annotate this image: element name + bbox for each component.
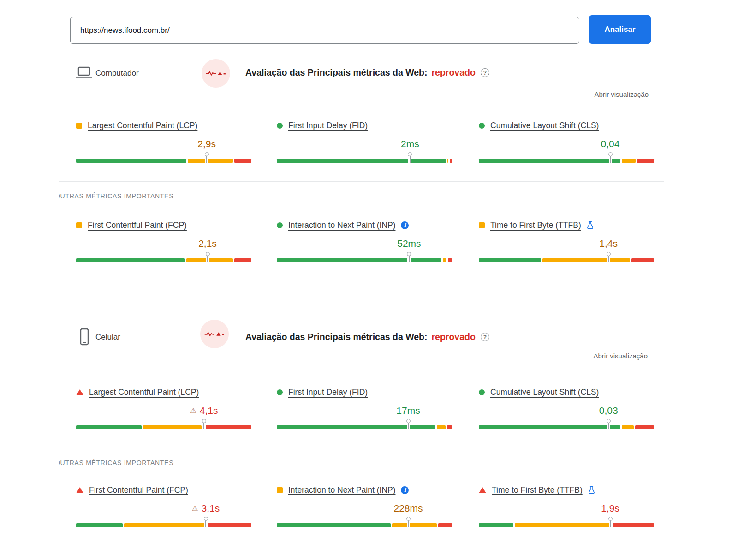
status-icon xyxy=(76,487,83,493)
phone-icon xyxy=(78,328,90,347)
metric-name-link[interactable]: Largest Contentful Paint (LCP) xyxy=(89,387,199,397)
bar-average-segment xyxy=(186,258,233,262)
bar-good-segment xyxy=(479,159,620,163)
open-visualization-link-desktop[interactable]: Abrir visualização xyxy=(594,90,649,98)
assessment-result: reprovado xyxy=(432,332,476,342)
url-input[interactable] xyxy=(70,17,579,44)
bar-average-segment xyxy=(515,523,611,527)
distribution-bar xyxy=(479,258,654,262)
status-icon xyxy=(277,487,283,493)
metric-name-link[interactable]: First Contentful Paint (FCP) xyxy=(88,220,187,230)
metric-name-link[interactable]: First Contentful Paint (FCP) xyxy=(89,485,188,495)
status-icon xyxy=(277,389,283,395)
assessment-result: reprovado xyxy=(432,67,476,78)
metric-value: 0,03 xyxy=(599,405,618,416)
info-icon[interactable] xyxy=(401,486,409,494)
metric-name-link[interactable]: Largest Contentful Paint (LCP) xyxy=(88,121,197,131)
metric-name-link[interactable]: First Input Delay (FID) xyxy=(288,387,368,397)
metric-name-link[interactable]: Cumulative Layout Shift (CLS) xyxy=(490,387,599,397)
bar-average-segment xyxy=(437,425,446,429)
bar-average-segment xyxy=(188,159,232,163)
status-icon xyxy=(479,222,485,228)
bar-poor-segment xyxy=(613,523,654,527)
section-divider xyxy=(59,181,664,182)
distribution-bar xyxy=(479,425,654,429)
metric-name-link[interactable]: Cumulative Layout Shift (CLS) xyxy=(490,121,599,131)
bar-poor-segment xyxy=(234,159,251,163)
bar-poor-segment xyxy=(447,425,452,429)
metric-value: 1,4s xyxy=(599,238,618,249)
metric-value: 2,9s xyxy=(197,138,216,149)
bar-poor-segment xyxy=(637,159,654,163)
distribution-bar xyxy=(76,425,251,429)
metric-ttfb-desktop: Time to First Byte (TTFB) 1,4s xyxy=(479,220,654,264)
assessment-label: Avaliação das Principais métricas da Web… xyxy=(245,332,428,342)
metric-ttfb-mobile: Time to First Byte (TTFB) 1,9s xyxy=(479,484,654,529)
bar-good-segment xyxy=(277,258,441,262)
metric-name-link[interactable]: Time to First Byte (TTFB) xyxy=(492,485,583,495)
bar-poor-segment xyxy=(438,523,452,527)
distribution-bar xyxy=(277,159,452,163)
warning-icon: ⚠ xyxy=(192,504,198,512)
status-icon xyxy=(479,123,485,129)
metric-inp-desktop: Interaction to Next Paint (INP) 52ms xyxy=(277,220,452,264)
info-icon[interactable] xyxy=(401,221,409,229)
help-icon[interactable] xyxy=(481,68,489,77)
other-metrics-heading-mobile: OUTRAS MÉTRICAS IMPORTANTES xyxy=(59,459,216,467)
bar-average-segment xyxy=(622,425,634,429)
metric-name-link[interactable]: First Input Delay (FID) xyxy=(288,121,368,131)
bar-good-segment xyxy=(277,523,391,527)
status-icon xyxy=(277,222,283,228)
assessment-heading-desktop: Avaliação das Principais métricas da Web… xyxy=(245,67,489,78)
metric-name-link[interactable]: Interaction to Next Paint (INP) xyxy=(288,485,395,495)
metric-inp-mobile: Interaction to Next Paint (INP) 228ms xyxy=(277,484,452,529)
status-icon xyxy=(76,222,82,228)
laptop-icon xyxy=(75,66,93,79)
distribution-bar xyxy=(277,425,452,429)
status-icon xyxy=(479,389,485,395)
assessment-heading-mobile: Avaliação das Principais métricas da Web… xyxy=(245,332,489,342)
bar-average-segment xyxy=(143,425,202,429)
distribution-bar xyxy=(76,159,251,163)
bar-average-segment xyxy=(443,258,446,262)
bar-good-segment xyxy=(76,523,123,527)
bar-good-segment xyxy=(479,425,620,429)
bar-good-segment xyxy=(76,159,186,163)
device-label-mobile: Celular xyxy=(95,333,120,342)
metric-value: 1,9s xyxy=(601,503,619,514)
bar-average-segment xyxy=(392,523,437,527)
metric-fid-desktop: First Input Delay (FID) 2ms xyxy=(277,120,452,164)
distribution-bar xyxy=(277,523,452,527)
status-icon xyxy=(76,123,82,129)
metric-fcp-mobile: First Contentful Paint (FCP) ⚠ 3,1s xyxy=(76,484,251,529)
assessment-label: Avaliação das Principais métricas da Web… xyxy=(245,67,428,78)
device-label-desktop: Computador xyxy=(95,69,139,78)
bar-good-segment xyxy=(277,425,435,429)
distribution-bar xyxy=(479,523,654,527)
flask-experimental-icon xyxy=(587,486,596,494)
bar-poor-segment xyxy=(631,258,654,262)
metric-value: 2ms xyxy=(401,138,419,149)
other-metrics-heading-desktop: OUTRAS MÉTRICAS IMPORTANTES xyxy=(59,192,216,200)
bar-poor-segment xyxy=(448,258,452,262)
analyze-button[interactable]: Analisar xyxy=(589,15,651,44)
metric-name-link[interactable]: Time to First Byte (TTFB) xyxy=(490,220,581,230)
bar-good-segment xyxy=(479,523,513,527)
section-divider xyxy=(59,448,664,448)
metric-value: ⚠ 3,1s xyxy=(192,503,220,514)
bar-good-segment xyxy=(479,258,541,262)
metric-name-link[interactable]: Interaction to Next Paint (INP) xyxy=(288,220,395,230)
metric-value: 0,04 xyxy=(601,138,620,149)
bar-average-segment xyxy=(542,258,631,262)
cwv-fail-badge xyxy=(202,59,230,88)
distribution-bar xyxy=(76,523,251,527)
bar-poor-segment xyxy=(207,523,251,527)
open-visualization-link-mobile[interactable]: Abrir visualização xyxy=(593,352,648,360)
metric-value: 52ms xyxy=(397,238,421,249)
status-icon xyxy=(277,123,283,129)
bar-average-segment xyxy=(124,523,205,527)
cwv-fail-badge xyxy=(200,320,229,348)
help-icon[interactable] xyxy=(481,333,489,341)
metric-value: 2,1s xyxy=(198,238,217,249)
metric-lcp-desktop: Largest Contentful Paint (LCP) 2,9s xyxy=(76,120,251,164)
